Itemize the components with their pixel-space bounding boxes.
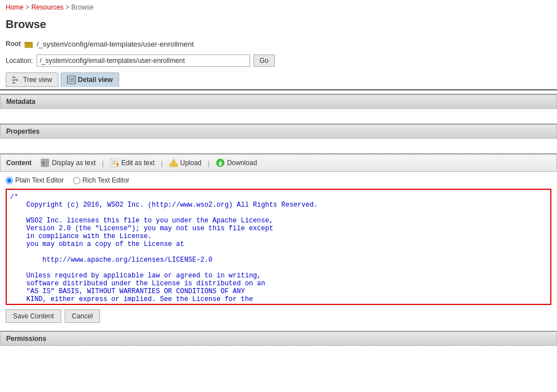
root-path: /_system/config/email-templates/user-enr… xyxy=(37,40,194,48)
rich-text-radio-label[interactable]: Rich Text Editor xyxy=(73,176,130,184)
go-button[interactable]: Go xyxy=(253,54,275,67)
tree-view-icon xyxy=(12,75,21,84)
svg-rect-5 xyxy=(12,82,15,84)
save-content-button[interactable]: Save Content xyxy=(6,309,61,323)
plain-text-radio-label[interactable]: Plain Text Editor xyxy=(6,176,64,184)
svg-marker-21 xyxy=(171,159,176,162)
rich-text-label: Rich Text Editor xyxy=(83,176,130,184)
download-label: Download xyxy=(227,159,257,167)
tree-view-label: Tree view xyxy=(23,76,52,84)
root-folder-icon xyxy=(24,39,33,49)
download-button[interactable]: Download xyxy=(214,157,259,168)
display-as-text-label: Display as text xyxy=(52,159,96,167)
detail-view-icon xyxy=(67,75,76,84)
root-label: Root xyxy=(6,40,21,48)
location-input[interactable] xyxy=(37,54,250,67)
breadcrumb-home[interactable]: Home xyxy=(6,3,24,11)
permissions-content xyxy=(0,346,557,357)
breadcrumb-resources[interactable]: Resources xyxy=(31,3,64,11)
action-row: Save Content Cancel xyxy=(0,305,557,327)
rich-text-radio[interactable] xyxy=(73,177,80,184)
detail-view-label: Detail view xyxy=(78,76,113,84)
edit-as-text-label: Edit as text xyxy=(121,159,155,167)
svg-rect-22 xyxy=(173,162,175,164)
upload-label: Upload xyxy=(180,159,202,167)
tab-row: Tree view Detail view xyxy=(0,70,557,90)
separator-2: | xyxy=(161,159,162,167)
cancel-button[interactable]: Cancel xyxy=(65,309,100,323)
svg-rect-1 xyxy=(25,42,28,43)
properties-content xyxy=(0,139,557,150)
display-as-text-button[interactable]: T Display as text xyxy=(38,157,98,168)
editor-type-row: Plain Text Editor Rich Text Editor xyxy=(0,172,557,189)
metadata-header: Metadata xyxy=(0,94,557,109)
tab-tree-view[interactable]: Tree view xyxy=(6,72,58,87)
svg-rect-2 xyxy=(12,76,15,78)
breadcrumb-current: Browse xyxy=(71,3,94,11)
download-icon xyxy=(216,158,225,167)
plain-text-label: Plain Text Editor xyxy=(15,176,64,184)
upload-icon xyxy=(169,158,178,167)
edit-as-text-button[interactable]: Edit as text xyxy=(108,157,157,168)
location-label: Location: xyxy=(6,57,33,65)
content-section: Content T Display as text | Edit as text… xyxy=(0,153,557,327)
display-as-text-icon: T xyxy=(40,158,49,167)
root-row: Root /_system/config/email-templates/use… xyxy=(0,37,557,51)
location-row: Location: Go xyxy=(0,51,557,70)
plain-text-radio[interactable] xyxy=(6,177,13,184)
separator-1: | xyxy=(102,159,103,167)
upload-button[interactable]: Upload xyxy=(167,157,204,168)
properties-header: Properties xyxy=(0,124,557,139)
svg-text:T: T xyxy=(42,161,46,166)
permissions-header: Permissions xyxy=(0,331,557,346)
content-header-label: Content xyxy=(6,159,31,167)
text-editor-wrapper xyxy=(6,189,551,305)
svg-rect-4 xyxy=(16,79,18,81)
content-toolbar: Content T Display as text | Edit as text… xyxy=(0,153,557,172)
edit-as-text-icon xyxy=(110,158,119,167)
tab-detail-view[interactable]: Detail view xyxy=(61,72,119,87)
svg-rect-3 xyxy=(12,79,15,81)
text-editor[interactable] xyxy=(7,190,550,302)
separator-3: | xyxy=(208,159,210,167)
breadcrumb: Home > Resources > Browse xyxy=(0,0,557,15)
metadata-content xyxy=(0,109,557,120)
page-title: Browse xyxy=(0,15,557,37)
